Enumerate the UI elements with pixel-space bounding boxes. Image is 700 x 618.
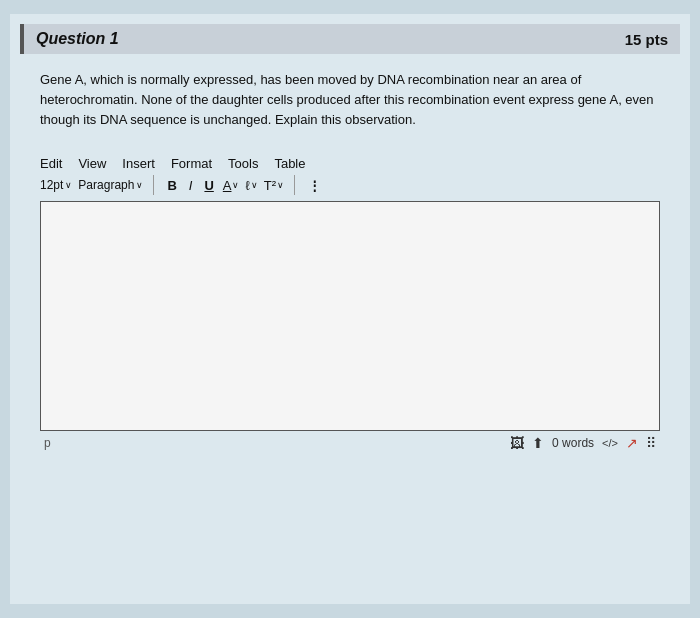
menu-tools[interactable]: Tools: [228, 156, 258, 171]
question-header: Question 1 15 pts: [20, 24, 680, 54]
question-points: 15 pts: [625, 31, 668, 48]
expand-button[interactable]: ↗: [626, 435, 638, 451]
underline-button[interactable]: U: [201, 177, 216, 194]
editor-textarea-wrapper: [40, 201, 660, 431]
question-text: Gene A, which is normally expressed, has…: [40, 70, 660, 130]
menu-view[interactable]: View: [78, 156, 106, 171]
style-select[interactable]: Paragraph ∨: [78, 178, 143, 192]
toolbar-divider-2: [294, 175, 295, 195]
tag-label: p: [44, 436, 51, 450]
word-count: 0 words: [552, 436, 594, 450]
more-options-button[interactable]: ⋮: [305, 177, 324, 194]
image-icon[interactable]: 🖼: [510, 435, 524, 451]
font-color-a: A: [223, 178, 232, 193]
question-body: Gene A, which is normally expressed, has…: [20, 70, 680, 156]
menu-edit[interactable]: Edit: [40, 156, 62, 171]
footer-right: 🖼 ⬆ 0 words </> ↗ ⠿: [510, 435, 656, 451]
style-chevron: ∨: [136, 180, 143, 190]
page-container: Question 1 15 pts Gene A, which is norma…: [10, 14, 690, 604]
font-size-label: 12pt: [40, 178, 63, 192]
superscript-label: T²: [264, 178, 276, 193]
font-size-chevron: ∨: [65, 180, 72, 190]
font-color-arrow: ∨: [232, 180, 239, 190]
menu-format[interactable]: Format: [171, 156, 212, 171]
font-color-button[interactable]: A ∨: [223, 178, 240, 193]
answer-textarea[interactable]: [41, 202, 659, 430]
grid-button[interactable]: ⠿: [646, 435, 656, 451]
highlight-arrow: ∨: [251, 180, 258, 190]
bold-button[interactable]: B: [164, 177, 179, 194]
menu-table[interactable]: Table: [274, 156, 305, 171]
highlight-icon: ℓ: [245, 178, 249, 193]
highlight-button[interactable]: ℓ ∨: [245, 178, 257, 193]
toolbar-divider-1: [153, 175, 154, 195]
style-label: Paragraph: [78, 178, 134, 192]
editor-footer: p 🖼 ⬆ 0 words </> ↗ ⠿: [40, 431, 660, 451]
question-title: Question 1: [36, 30, 119, 48]
editor-toolbar: 12pt ∨ Paragraph ∨ B I U A ∨ ℓ ∨ T² ∨: [40, 175, 660, 195]
italic-button[interactable]: I: [186, 177, 196, 194]
font-size-select[interactable]: 12pt ∨: [40, 178, 72, 192]
upload-icon[interactable]: ⬆: [532, 435, 544, 451]
editor-menubar: Edit View Insert Format Tools Table: [40, 156, 660, 171]
superscript-arrow: ∨: [277, 180, 284, 190]
menu-insert[interactable]: Insert: [122, 156, 155, 171]
code-view-button[interactable]: </>: [602, 437, 618, 449]
editor-container: Edit View Insert Format Tools Table 12pt…: [20, 156, 680, 471]
superscript-button[interactable]: T² ∨: [264, 178, 284, 193]
